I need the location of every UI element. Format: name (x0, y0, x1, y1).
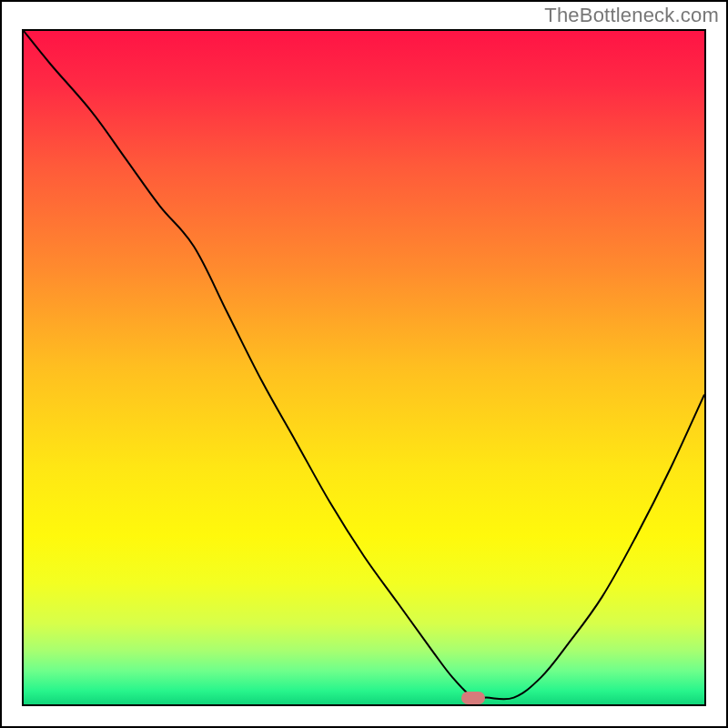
chart-frame: TheBottleneck.com (0, 0, 728, 728)
series-curve (24, 31, 704, 699)
curve-layer (24, 31, 704, 704)
plot-area (22, 29, 706, 706)
watermark-text: TheBottleneck.com (544, 4, 719, 27)
data-marker (461, 692, 485, 704)
